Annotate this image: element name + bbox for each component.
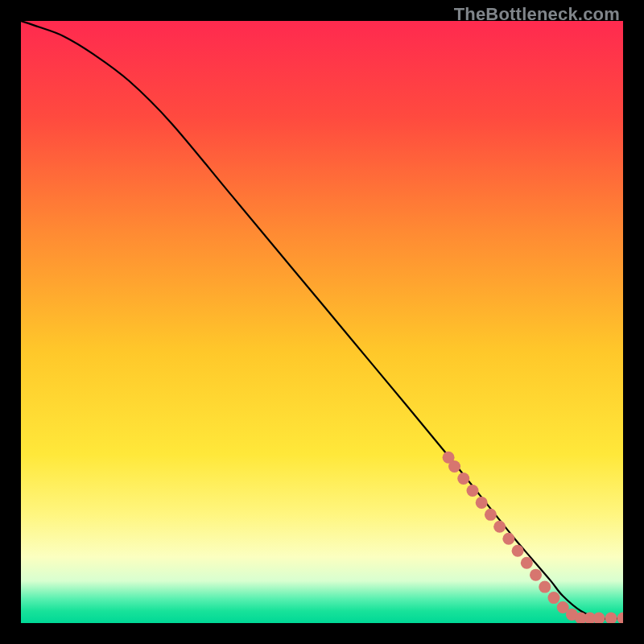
data-marker — [457, 473, 469, 485]
data-marker — [502, 533, 514, 545]
data-marker — [530, 569, 542, 581]
data-marker — [467, 485, 479, 497]
data-marker — [547, 592, 559, 604]
data-marker — [493, 521, 506, 533]
data-marker — [476, 497, 488, 509]
gradient-background — [21, 21, 623, 623]
chart-svg — [21, 21, 623, 623]
data-marker — [521, 557, 533, 569]
chart-frame — [21, 21, 623, 623]
data-marker — [485, 509, 497, 521]
data-marker — [512, 545, 524, 557]
data-marker — [448, 460, 460, 473]
data-marker — [539, 581, 551, 593]
